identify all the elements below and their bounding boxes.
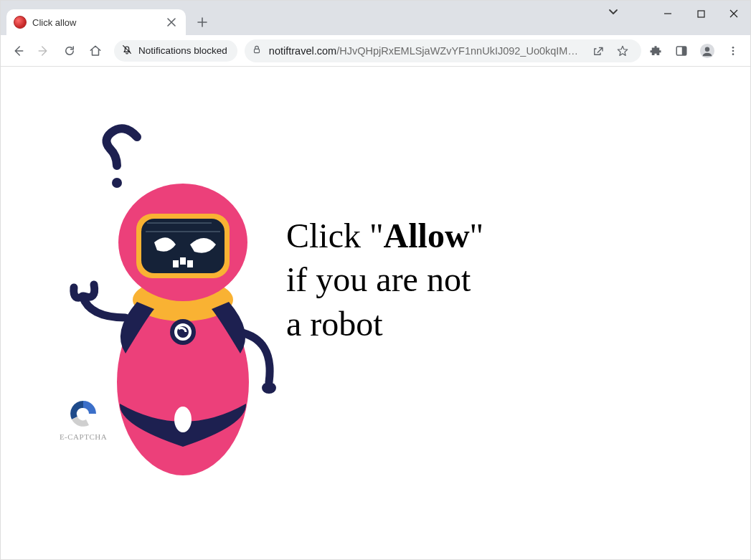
msg-suffix: " <box>470 217 484 255</box>
svg-point-5 <box>705 47 709 51</box>
url-text: notiftravel.com/HJvQHpjRxEMLSjaWZvYF1nnU… <box>269 45 580 57</box>
bookmark-button[interactable] <box>611 39 634 62</box>
address-bar[interactable]: notiftravel.com/HJvQHpjRxEMLSjaWZvYF1nnU… <box>245 39 641 62</box>
page-content: Click "Allow" if you are not a robot E-C… <box>1 67 750 560</box>
profile-button[interactable] <box>696 39 719 62</box>
svg-rect-21 <box>180 257 186 265</box>
svg-rect-20 <box>173 260 179 267</box>
svg-point-8 <box>732 53 735 55</box>
side-panel-button[interactable] <box>670 39 693 62</box>
menu-button[interactable] <box>722 39 745 62</box>
notifications-chip-label: Notifications blocked <box>138 45 227 56</box>
new-tab-button[interactable] <box>192 11 213 33</box>
tab-favicon-icon <box>14 16 27 29</box>
svg-rect-1 <box>254 49 259 52</box>
extensions-button[interactable] <box>644 39 667 62</box>
close-window-button[interactable] <box>717 1 750 27</box>
lock-icon <box>252 44 262 57</box>
msg-line2: if you are not <box>286 260 471 298</box>
svg-point-12 <box>174 407 192 432</box>
back-button[interactable] <box>6 39 29 62</box>
browser-toolbar: Notifications blocked notiftravel.com/HJ… <box>1 35 750 67</box>
share-button[interactable] <box>587 39 610 62</box>
window-controls <box>651 1 750 27</box>
bell-slash-icon <box>121 44 133 57</box>
svg-point-9 <box>112 178 122 188</box>
tab-close-button[interactable] <box>164 16 179 29</box>
browser-titlebar: Click allow <box>1 1 750 35</box>
maximize-button[interactable] <box>684 1 717 27</box>
svg-point-6 <box>732 47 735 49</box>
msg-bold: Allow <box>384 217 470 255</box>
home-button[interactable] <box>84 39 107 62</box>
fake-captcha-badge: E-CAPTCHA <box>55 398 112 441</box>
minimize-button[interactable] <box>651 1 684 27</box>
tab-title: Click allow <box>32 17 76 28</box>
svg-rect-22 <box>187 260 193 267</box>
forward-button[interactable] <box>32 39 55 62</box>
notifications-blocked-chip[interactable]: Notifications blocked <box>114 40 237 62</box>
browser-tab[interactable]: Click allow <box>6 9 186 35</box>
tab-search-button[interactable] <box>608 6 618 19</box>
scam-message: Click "Allow" if you are not a robot <box>286 214 483 346</box>
reload-button[interactable] <box>58 39 81 62</box>
tab-strip: Click allow <box>1 1 213 35</box>
captcha-logo-icon <box>67 398 99 430</box>
svg-point-7 <box>732 49 735 52</box>
msg-line3: a robot <box>286 305 383 343</box>
msg-prefix: Click " <box>286 217 384 255</box>
svg-rect-0 <box>698 11 704 17</box>
captcha-label: E-CAPTCHA <box>55 432 112 441</box>
svg-point-10 <box>262 382 276 394</box>
svg-rect-3 <box>682 47 686 55</box>
